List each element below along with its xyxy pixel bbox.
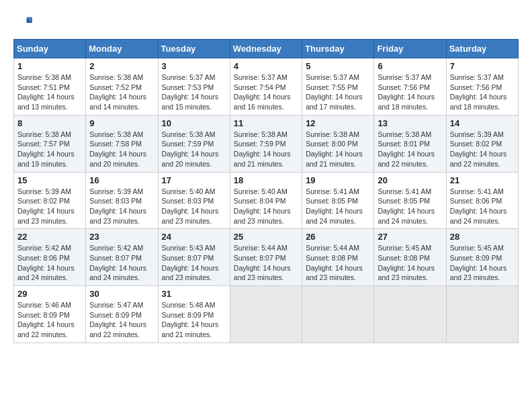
calendar-cell: 2 Sunrise: 5:38 AMSunset: 7:52 PMDayligh… xyxy=(86,58,158,116)
day-number: 23 xyxy=(89,232,154,242)
calendar-cell: 5 Sunrise: 5:37 AMSunset: 7:55 PMDayligh… xyxy=(302,58,374,116)
day-info: Sunrise: 5:41 AMSunset: 8:06 PMDaylight:… xyxy=(450,187,507,225)
day-number: 8 xyxy=(17,118,82,128)
day-info: Sunrise: 5:41 AMSunset: 8:05 PMDaylight:… xyxy=(378,187,435,225)
day-number: 14 xyxy=(450,118,515,128)
day-info: Sunrise: 5:39 AMSunset: 8:02 PMDaylight:… xyxy=(17,187,75,225)
weekday-header: Tuesday xyxy=(158,40,230,58)
day-info: Sunrise: 5:38 AMSunset: 8:01 PMDaylight:… xyxy=(378,130,435,168)
day-info: Sunrise: 5:43 AMSunset: 8:07 PMDaylight:… xyxy=(162,244,219,281)
calendar-cell: 21 Sunrise: 5:41 AMSunset: 8:06 PMDaylig… xyxy=(446,172,518,229)
day-number: 9 xyxy=(89,118,154,128)
day-info: Sunrise: 5:38 AMSunset: 7:52 PMDaylight:… xyxy=(89,73,146,111)
day-info: Sunrise: 5:44 AMSunset: 8:08 PMDaylight:… xyxy=(306,244,363,281)
day-info: Sunrise: 5:42 AMSunset: 8:07 PMDaylight:… xyxy=(89,244,146,281)
day-info: Sunrise: 5:41 AMSunset: 8:05 PMDaylight:… xyxy=(306,187,363,225)
calendar-cell: 23 Sunrise: 5:42 AMSunset: 8:07 PMDaylig… xyxy=(86,229,158,286)
calendar-cell xyxy=(302,286,374,343)
weekday-header: Monday xyxy=(86,40,158,58)
day-number: 7 xyxy=(450,61,515,71)
calendar-cell: 16 Sunrise: 5:39 AMSunset: 8:03 PMDaylig… xyxy=(86,172,158,229)
day-info: Sunrise: 5:44 AMSunset: 8:07 PMDaylight:… xyxy=(234,244,291,281)
day-number: 1 xyxy=(17,61,82,71)
calendar-cell: 8 Sunrise: 5:38 AMSunset: 7:57 PMDayligh… xyxy=(14,115,86,172)
day-info: Sunrise: 5:45 AMSunset: 8:09 PMDaylight:… xyxy=(450,244,507,281)
day-info: Sunrise: 5:37 AMSunset: 7:56 PMDaylight:… xyxy=(450,73,507,111)
day-number: 16 xyxy=(89,175,154,185)
calendar: SundayMondayTuesdayWednesdayThursdayFrid… xyxy=(13,39,519,343)
day-number: 20 xyxy=(378,175,442,185)
day-info: Sunrise: 5:39 AMSunset: 8:02 PMDaylight:… xyxy=(450,130,507,168)
day-info: Sunrise: 5:39 AMSunset: 8:03 PMDaylight:… xyxy=(89,187,146,225)
day-info: Sunrise: 5:40 AMSunset: 8:04 PMDaylight:… xyxy=(234,187,291,225)
day-number: 19 xyxy=(306,175,370,185)
calendar-cell: 19 Sunrise: 5:41 AMSunset: 8:05 PMDaylig… xyxy=(302,172,374,229)
day-number: 4 xyxy=(234,61,298,71)
calendar-cell: 17 Sunrise: 5:40 AMSunset: 8:03 PMDaylig… xyxy=(158,172,230,229)
day-number: 28 xyxy=(450,232,515,242)
day-number: 10 xyxy=(162,118,226,128)
calendar-cell: 25 Sunrise: 5:44 AMSunset: 8:07 PMDaylig… xyxy=(230,229,302,286)
day-number: 18 xyxy=(234,175,298,185)
calendar-cell: 13 Sunrise: 5:38 AMSunset: 8:01 PMDaylig… xyxy=(374,115,446,172)
day-info: Sunrise: 5:47 AMSunset: 8:09 PMDaylight:… xyxy=(89,301,146,338)
header xyxy=(13,13,519,32)
calendar-cell xyxy=(230,286,302,343)
calendar-cell: 15 Sunrise: 5:39 AMSunset: 8:02 PMDaylig… xyxy=(14,172,86,229)
calendar-cell: 12 Sunrise: 5:38 AMSunset: 8:00 PMDaylig… xyxy=(302,115,374,172)
day-number: 30 xyxy=(89,289,154,299)
day-number: 11 xyxy=(234,118,298,128)
day-info: Sunrise: 5:37 AMSunset: 7:55 PMDaylight:… xyxy=(306,73,363,111)
day-number: 2 xyxy=(89,61,154,71)
day-number: 26 xyxy=(306,232,370,242)
day-number: 12 xyxy=(306,118,370,128)
calendar-cell: 6 Sunrise: 5:37 AMSunset: 7:56 PMDayligh… xyxy=(374,58,446,116)
day-number: 27 xyxy=(378,232,442,242)
calendar-cell: 27 Sunrise: 5:45 AMSunset: 8:08 PMDaylig… xyxy=(374,229,446,286)
weekday-header: Thursday xyxy=(302,40,374,58)
calendar-cell: 10 Sunrise: 5:38 AMSunset: 7:59 PMDaylig… xyxy=(158,115,230,172)
day-info: Sunrise: 5:38 AMSunset: 7:59 PMDaylight:… xyxy=(162,130,219,168)
calendar-cell: 28 Sunrise: 5:45 AMSunset: 8:09 PMDaylig… xyxy=(446,229,518,286)
calendar-cell: 18 Sunrise: 5:40 AMSunset: 8:04 PMDaylig… xyxy=(230,172,302,229)
day-number: 31 xyxy=(162,289,226,299)
calendar-cell: 30 Sunrise: 5:47 AMSunset: 8:09 PMDaylig… xyxy=(86,286,158,343)
day-number: 6 xyxy=(378,61,442,71)
day-info: Sunrise: 5:42 AMSunset: 8:06 PMDaylight:… xyxy=(17,244,75,281)
day-info: Sunrise: 5:38 AMSunset: 8:00 PMDaylight:… xyxy=(306,130,363,168)
logo-icon xyxy=(13,13,32,32)
day-number: 15 xyxy=(17,175,82,185)
calendar-cell: 20 Sunrise: 5:41 AMSunset: 8:05 PMDaylig… xyxy=(374,172,446,229)
day-number: 17 xyxy=(162,175,226,185)
day-number: 29 xyxy=(17,289,82,299)
calendar-cell: 22 Sunrise: 5:42 AMSunset: 8:06 PMDaylig… xyxy=(14,229,86,286)
day-number: 13 xyxy=(378,118,442,128)
calendar-cell xyxy=(446,286,518,343)
weekday-header: Friday xyxy=(374,40,446,58)
calendar-cell: 14 Sunrise: 5:39 AMSunset: 8:02 PMDaylig… xyxy=(446,115,518,172)
day-number: 5 xyxy=(306,61,370,71)
day-info: Sunrise: 5:38 AMSunset: 7:59 PMDaylight:… xyxy=(234,130,291,168)
calendar-cell: 29 Sunrise: 5:46 AMSunset: 8:09 PMDaylig… xyxy=(14,286,86,343)
calendar-cell: 3 Sunrise: 5:37 AMSunset: 7:53 PMDayligh… xyxy=(158,58,230,116)
day-info: Sunrise: 5:38 AMSunset: 7:57 PMDaylight:… xyxy=(17,130,75,168)
day-info: Sunrise: 5:38 AMSunset: 7:51 PMDaylight:… xyxy=(17,73,75,111)
calendar-cell: 4 Sunrise: 5:37 AMSunset: 7:54 PMDayligh… xyxy=(230,58,302,116)
day-number: 24 xyxy=(162,232,226,242)
calendar-cell xyxy=(374,286,446,343)
calendar-cell: 7 Sunrise: 5:37 AMSunset: 7:56 PMDayligh… xyxy=(446,58,518,116)
calendar-cell: 24 Sunrise: 5:43 AMSunset: 8:07 PMDaylig… xyxy=(158,229,230,286)
day-number: 21 xyxy=(450,175,515,185)
day-number: 22 xyxy=(17,232,82,242)
day-info: Sunrise: 5:37 AMSunset: 7:56 PMDaylight:… xyxy=(378,73,435,111)
weekday-header: Saturday xyxy=(446,40,518,58)
day-info: Sunrise: 5:37 AMSunset: 7:54 PMDaylight:… xyxy=(234,73,291,111)
calendar-cell: 9 Sunrise: 5:38 AMSunset: 7:58 PMDayligh… xyxy=(86,115,158,172)
day-info: Sunrise: 5:37 AMSunset: 7:53 PMDaylight:… xyxy=(162,73,219,111)
calendar-cell: 1 Sunrise: 5:38 AMSunset: 7:51 PMDayligh… xyxy=(14,58,86,116)
weekday-header: Wednesday xyxy=(230,40,302,58)
day-info: Sunrise: 5:40 AMSunset: 8:03 PMDaylight:… xyxy=(162,187,219,225)
day-info: Sunrise: 5:46 AMSunset: 8:09 PMDaylight:… xyxy=(17,301,75,338)
calendar-cell: 31 Sunrise: 5:48 AMSunset: 8:09 PMDaylig… xyxy=(158,286,230,343)
day-number: 25 xyxy=(234,232,298,242)
